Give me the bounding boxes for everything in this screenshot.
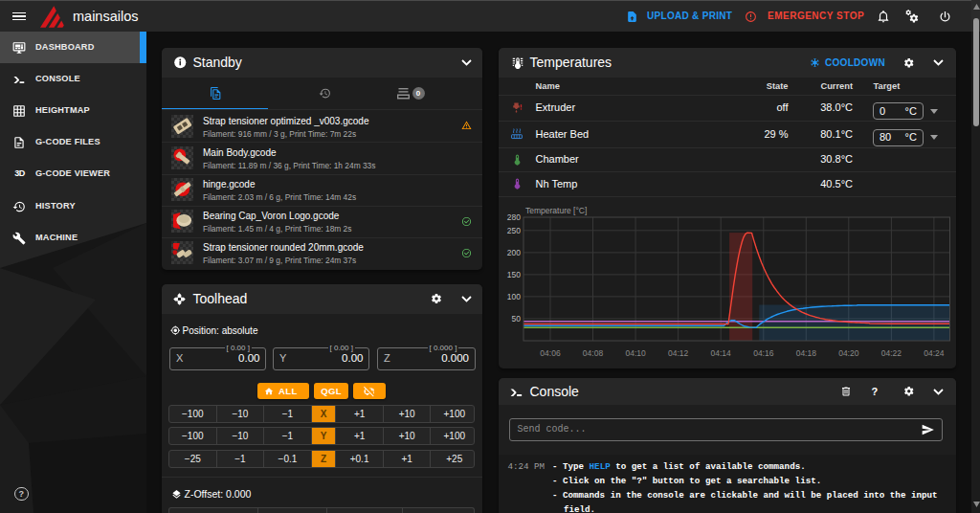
svg-text:04:16: 04:16 [753, 348, 774, 358]
svg-text:04:20: 04:20 [838, 348, 859, 358]
svg-text:04:18: 04:18 [795, 348, 816, 358]
svg-text:04:24: 04:24 [924, 348, 945, 358]
svg-text:04:22: 04:22 [880, 348, 902, 358]
svg-text:04:06: 04:06 [540, 348, 561, 358]
svg-text:04:12: 04:12 [667, 348, 688, 358]
svg-text:04:10: 04:10 [625, 348, 646, 358]
svg-text:280: 280 [506, 212, 520, 222]
svg-text:250: 250 [506, 226, 520, 235]
svg-text:04:14: 04:14 [710, 348, 731, 358]
svg-text:150: 150 [506, 270, 520, 279]
svg-text:100: 100 [506, 292, 520, 301]
svg-text:Temperature [°C]: Temperature [°C] [525, 206, 587, 215]
svg-text:200: 200 [506, 248, 520, 257]
svg-text:04:08: 04:08 [582, 348, 603, 358]
svg-text:50: 50 [511, 314, 521, 323]
